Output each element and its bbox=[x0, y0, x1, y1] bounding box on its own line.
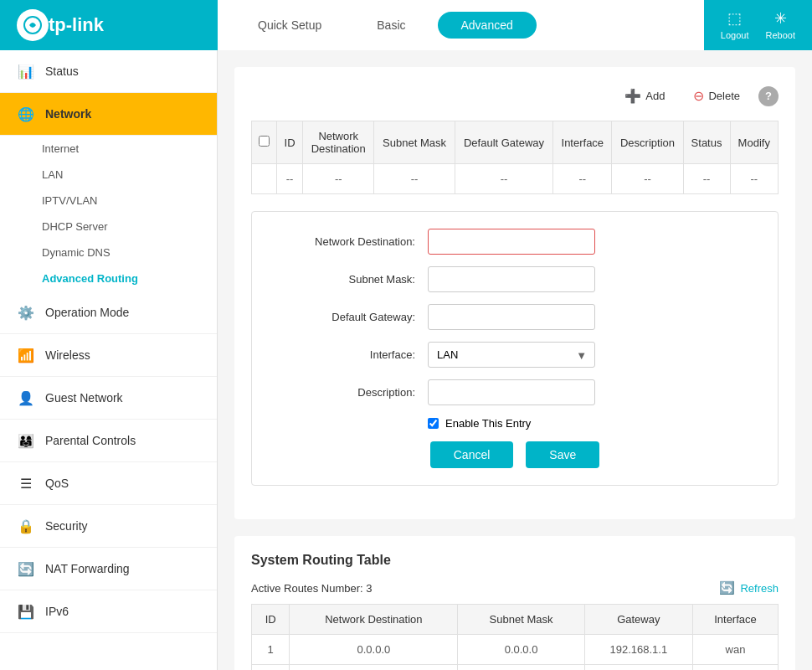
interface-row: Interface: LAN WAN ▼ bbox=[277, 342, 753, 368]
reboot-button[interactable]: ✳ Reboot bbox=[766, 9, 795, 40]
dhcp-label: DHCP Server bbox=[42, 220, 108, 233]
save-button[interactable]: Save bbox=[526, 441, 599, 468]
sys-table-row: 2 192.168.0.0 255.255.255.0 0.0.0.0 lan bbox=[252, 665, 779, 671]
active-routes-bar: Active Routes Number: 3 🔄 Refresh bbox=[251, 580, 779, 595]
subnet-mask-label: Subnet Mask: bbox=[277, 273, 428, 286]
sidebar-item-qos-label: QoS bbox=[45, 477, 69, 490]
sys-row-id: 1 bbox=[252, 635, 290, 665]
sys-row-subnet: 0.0.0.0 bbox=[458, 635, 584, 665]
interface-label: Interface: bbox=[277, 348, 428, 361]
empty-id: -- bbox=[277, 164, 303, 194]
logout-button[interactable]: ⬚ Logout bbox=[721, 9, 749, 40]
sidebar-item-wireless[interactable]: 📶 Wireless bbox=[0, 334, 217, 377]
sidebar-sub-advanced-routing[interactable]: Advanced Routing bbox=[0, 265, 217, 291]
sidebar: 📊 Status 🌐 Network Internet LAN IPTV/VLA… bbox=[0, 50, 218, 670]
sidebar-sub-iptv[interactable]: IPTV/VLAN bbox=[0, 188, 217, 214]
sidebar-item-nat-forwarding[interactable]: 🔄 NAT Forwarding bbox=[0, 548, 217, 590]
nav-quick-setup[interactable]: Quick Setup bbox=[234, 12, 345, 39]
sidebar-item-guest-network-label: Guest Network bbox=[45, 391, 123, 405]
reboot-label: Reboot bbox=[766, 30, 795, 40]
table-row: -- -- -- -- -- -- -- -- bbox=[252, 164, 779, 194]
col-id: ID bbox=[277, 121, 303, 164]
sidebar-sub-dhcp[interactable]: DHCP Server bbox=[0, 214, 217, 240]
nav-basic[interactable]: Basic bbox=[353, 12, 429, 39]
active-routes-label: Active Routes Number: bbox=[251, 582, 363, 595]
logo-icon bbox=[17, 9, 49, 41]
select-all-checkbox[interactable] bbox=[259, 136, 270, 147]
sidebar-item-operation-mode[interactable]: ⚙️ Operation Mode bbox=[0, 291, 217, 334]
sidebar-sub-dynamic-dns[interactable]: Dynamic DNS bbox=[0, 240, 217, 265]
parental-controls-icon: 👨‍👩‍👧 bbox=[17, 431, 35, 450]
description-input[interactable] bbox=[428, 379, 595, 405]
sys-routing-body: 1 0.0.0.0 0.0.0.0 192.168.1.1 wan 2 192.… bbox=[252, 635, 779, 671]
sidebar-item-status[interactable]: 📊 Status bbox=[0, 50, 217, 93]
col-default-gw: Default Gateway bbox=[455, 121, 552, 164]
layout: 📊 Status 🌐 Network Internet LAN IPTV/VLA… bbox=[0, 50, 812, 670]
sidebar-item-ipv6[interactable]: 💾 IPv6 bbox=[0, 590, 217, 633]
sys-col-gw: Gateway bbox=[584, 605, 692, 635]
route-form: Network Destination: Subnet Mask: Defaul… bbox=[251, 211, 779, 486]
col-modify: Modify bbox=[730, 121, 779, 164]
sys-col-iface: Interface bbox=[692, 605, 778, 635]
empty-gw: -- bbox=[455, 164, 552, 194]
empty-iface: -- bbox=[553, 164, 612, 194]
col-description: Description bbox=[612, 121, 683, 164]
refresh-button[interactable]: 🔄 Refresh bbox=[719, 580, 779, 595]
subnet-mask-input[interactable] bbox=[428, 266, 595, 292]
route-table-header-row: ID NetworkDestination Subnet Mask Defaul… bbox=[252, 121, 779, 164]
logout-icon: ⬚ bbox=[727, 9, 742, 28]
sys-col-id: ID bbox=[252, 605, 290, 635]
sidebar-item-guest-network[interactable]: 👤 Guest Network bbox=[0, 377, 217, 420]
col-interface: Interface bbox=[553, 121, 612, 164]
sys-table-header: ID Network Destination Subnet Mask Gatew… bbox=[252, 605, 779, 635]
add-button[interactable]: ➕ Add bbox=[614, 84, 675, 108]
col-network-dest: NetworkDestination bbox=[303, 121, 374, 164]
empty-status: -- bbox=[683, 164, 730, 194]
interface-select[interactable]: LAN WAN bbox=[428, 342, 595, 368]
nat-forwarding-icon: 🔄 bbox=[17, 559, 35, 578]
network-dest-label: Network Destination: bbox=[277, 235, 428, 248]
sidebar-item-status-label: Status bbox=[45, 64, 79, 78]
nav-area: Quick Setup Basic Advanced bbox=[218, 0, 704, 50]
security-icon: 🔒 bbox=[17, 517, 35, 535]
sys-table-row: 1 0.0.0.0 0.0.0.0 192.168.1.1 wan bbox=[252, 635, 779, 665]
form-actions: Cancel Save bbox=[277, 441, 753, 468]
sys-col-subnet: Subnet Mask bbox=[458, 605, 584, 635]
description-row: Description: bbox=[277, 379, 753, 405]
header: tp-link Quick Setup Basic Advanced ⬚ Log… bbox=[0, 0, 812, 50]
sys-col-dest: Network Destination bbox=[290, 605, 458, 635]
sys-row-subnet: 255.255.255.0 bbox=[458, 665, 584, 671]
sidebar-item-operation-mode-label: Operation Mode bbox=[45, 306, 129, 319]
sidebar-item-parental-controls[interactable]: 👨‍👩‍👧 Parental Controls bbox=[0, 420, 217, 462]
help-button[interactable]: ? bbox=[758, 86, 779, 106]
sidebar-item-network[interactable]: 🌐 Network bbox=[0, 93, 217, 136]
sidebar-item-security[interactable]: 🔒 Security bbox=[0, 505, 217, 548]
delete-icon: ⊖ bbox=[693, 88, 704, 104]
route-table-body: -- -- -- -- -- -- -- -- bbox=[252, 164, 779, 194]
delete-button[interactable]: ⊖ Delete bbox=[683, 84, 750, 108]
nav-advanced[interactable]: Advanced bbox=[438, 12, 537, 39]
top-actions: ➕ Add ⊖ Delete ? bbox=[251, 84, 779, 108]
cancel-button[interactable]: Cancel bbox=[430, 441, 514, 468]
enable-entry-checkbox[interactable] bbox=[428, 418, 439, 429]
default-gw-label: Default Gateway: bbox=[277, 311, 428, 323]
logo-area: tp-link bbox=[0, 0, 218, 50]
delete-label: Delete bbox=[708, 90, 740, 102]
default-gw-input[interactable] bbox=[428, 304, 595, 330]
sidebar-sub-lan[interactable]: LAN bbox=[0, 162, 217, 188]
sidebar-item-qos[interactable]: ☰ QoS bbox=[0, 462, 217, 505]
help-label: ? bbox=[765, 90, 772, 102]
main-content: ➕ Add ⊖ Delete ? ID NetworkDestinati bbox=[218, 50, 812, 670]
sidebar-item-nat-forwarding-label: NAT Forwarding bbox=[45, 562, 130, 575]
lan-label: LAN bbox=[42, 168, 63, 181]
network-dest-input[interactable] bbox=[428, 229, 595, 255]
network-icon: 🌐 bbox=[17, 105, 35, 123]
sidebar-sub-internet[interactable]: Internet bbox=[0, 136, 217, 162]
logout-label: Logout bbox=[721, 30, 749, 40]
empty-desc: -- bbox=[612, 164, 683, 194]
refresh-label: Refresh bbox=[740, 582, 779, 595]
iptv-label: IPTV/VLAN bbox=[42, 194, 97, 207]
route-config-card: ➕ Add ⊖ Delete ? ID NetworkDestinati bbox=[234, 67, 795, 519]
active-routes-text: Active Routes Number: 3 bbox=[251, 582, 373, 595]
status-icon: 📊 bbox=[17, 62, 35, 80]
